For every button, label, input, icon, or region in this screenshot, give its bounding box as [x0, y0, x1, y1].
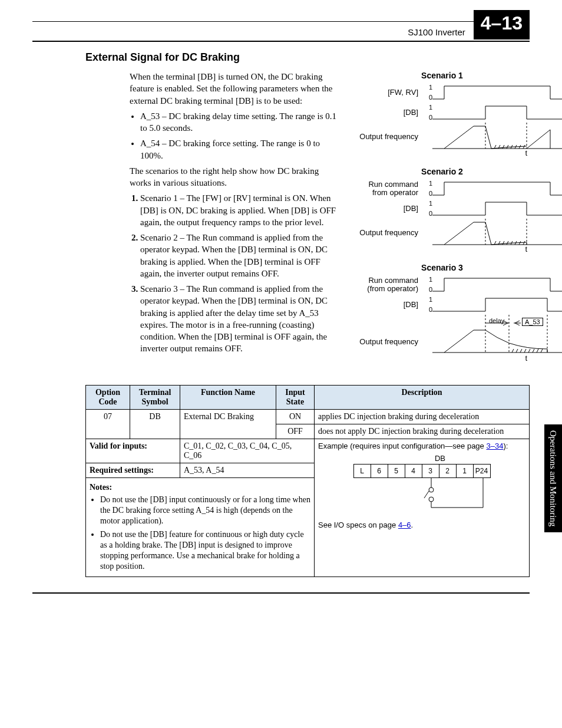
see-io-specs: See I/O specs on page 4–6.: [318, 521, 525, 529]
timing-diagrams-column: Scenario 1 [FW, RV] 10 [DB] 10 Output fr…: [355, 67, 530, 372]
cell-valid-label: Valid for inputs:: [86, 439, 180, 463]
notes-heading: Notes:: [90, 483, 310, 492]
terminal-cell: 1: [456, 465, 473, 477]
terminal-cell: 4: [405, 465, 422, 477]
cell-required-value: A_53, A_54: [180, 463, 315, 478]
signal-label: [DB]: [355, 205, 422, 213]
scenario-title: Scenario 1: [355, 71, 530, 80]
scenario-desc: Scenario 3 – The Run command is applied …: [140, 283, 342, 355]
svg-line-28: [512, 349, 514, 353]
circuit-icon: [353, 478, 490, 511]
signal-label: Output frequency: [355, 133, 422, 141]
doc-name: SJ100 Inverter: [408, 27, 465, 37]
th-option-code: Option Code: [86, 386, 130, 410]
svg-line-31: [524, 349, 526, 353]
svg-line-30: [520, 349, 522, 353]
cell-example: Example (requires input configuration—se…: [315, 439, 530, 577]
cell-desc-on: applies DC injection braking during dece…: [315, 410, 530, 424]
footer-rule: [32, 592, 530, 594]
delay-label: delay: [489, 317, 504, 324]
scenario-title: Scenario 2: [355, 167, 530, 176]
signal-label: Run command (from operator): [355, 276, 422, 294]
cell-terminal-symbol: DB: [130, 410, 180, 439]
svg-line-32: [528, 349, 530, 353]
section-heading: External Signal for DC Braking: [85, 51, 530, 64]
cell-function-name: External DC Braking: [180, 410, 276, 439]
cell-desc-off: does not apply DC injection braking duri…: [315, 424, 530, 439]
signal-label: Output frequency: [355, 325, 422, 346]
scenario-title: Scenario 3: [355, 263, 530, 272]
header-rule: [32, 41, 530, 42]
page-header: SJ100 Inverter 4–13: [32, 21, 530, 39]
a53-box: A_53: [522, 318, 543, 326]
svg-line-6: [507, 145, 508, 149]
signal-label: [FW, RV]: [355, 88, 422, 97]
terminal-cell: 3: [422, 465, 439, 477]
terminal-cell: 5: [388, 465, 405, 477]
note-item: Do not use the [DB] feature for continuo…: [100, 529, 310, 572]
signal-label: [DB]: [355, 301, 422, 309]
signal-label: [DB]: [355, 108, 422, 117]
th-input-state: Input State: [276, 386, 315, 410]
signal-label: Output frequency: [355, 229, 422, 237]
page-number-badge: 4–13: [474, 10, 530, 39]
terminal-cell: 6: [371, 465, 388, 477]
link-page-3-34[interactable]: 3–34: [486, 442, 503, 450]
svg-point-38: [429, 497, 434, 502]
svg-line-10: [523, 145, 525, 149]
note-item: Do not use the [DB] input continuously o…: [100, 495, 310, 527]
terminal-diagram: DB L 6 5 4 3 2 1 P24: [318, 450, 525, 515]
svg-line-33: [533, 349, 534, 353]
svg-line-5: [503, 145, 504, 149]
terminal-cell: P24: [473, 465, 490, 477]
cell-notes: Notes: Do not use the [DB] input continu…: [86, 478, 315, 577]
svg-line-16: [503, 241, 504, 245]
timing-scenario-2: Scenario 2 Run command from operator 10 …: [355, 167, 530, 253]
terminal-db-label: DB: [355, 454, 525, 463]
terminal-cell: 2: [439, 465, 456, 477]
svg-line-39: [424, 491, 429, 498]
svg-point-37: [429, 487, 434, 492]
timing-scenario-3: Scenario 3 Run command (from operator) 1…: [355, 263, 530, 363]
cell-option-code: 07: [86, 410, 130, 439]
scenario-desc: Scenario 2 – The Run command is applied …: [140, 232, 342, 279]
cell-required-label: Required settings:: [86, 463, 180, 478]
spec-table: Option Code Terminal Symbol Function Nam…: [85, 385, 530, 577]
th-function-name: Function Name: [180, 386, 276, 410]
svg-line-34: [537, 349, 538, 353]
cell-state-off: OFF: [276, 424, 315, 439]
th-description: Description: [315, 386, 530, 410]
side-tab: Operations and Monitoring: [544, 424, 562, 532]
intro-para: When the terminal [DB] is turned ON, the…: [130, 71, 342, 107]
scenario-desc: Scenario 1 – The [FW] or [RV] terminal i…: [140, 192, 342, 228]
bullet-item: A_53 – DC braking delay time setting. Th…: [140, 110, 342, 134]
signal-label: Run command from operator: [355, 180, 422, 197]
timing-scenario-1: Scenario 1 [FW, RV] 10 [DB] 10 Output fr…: [355, 71, 530, 157]
bullet-item: A_54 – DC braking force setting. The ran…: [140, 137, 342, 162]
cell-state-on: ON: [276, 410, 315, 424]
body-text-column: When the terminal [DB] is turned ON, the…: [130, 67, 342, 358]
terminal-cell: L: [354, 465, 371, 477]
svg-line-21: [523, 241, 525, 245]
svg-line-29: [516, 349, 518, 353]
svg-line-35: [541, 349, 543, 353]
svg-line-17: [507, 241, 508, 245]
link-page-4-6[interactable]: 4–6: [398, 521, 411, 529]
mid-para: The scenarios to the right help show how…: [130, 165, 342, 189]
terminal-strip: L 6 5 4 3 2 1 P24: [353, 464, 491, 478]
th-terminal-symbol: Terminal Symbol: [130, 386, 180, 410]
cell-valid-value: C_01, C_02, C_03, C_04, C_05, C_06: [180, 439, 315, 463]
